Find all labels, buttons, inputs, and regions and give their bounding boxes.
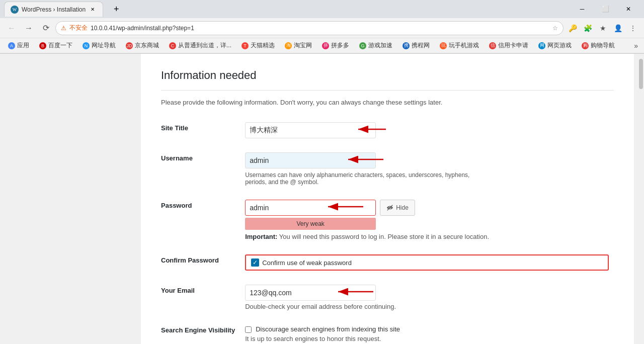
bookmark-jd[interactable]: JD 京东商城: [122, 40, 163, 52]
minimize-button[interactable]: ─: [571, 0, 594, 18]
page-sidebar-right: [634, 54, 644, 344]
email-hint: Double-check your email address before c…: [245, 303, 609, 310]
bookmarks-bar: A 应用 B 百度一下 N 网址导航 JD 京东商城 C 从普通到出道，详...…: [0, 38, 644, 53]
password-field-cell: Hide Very weak Important: You will need …: [240, 196, 614, 250]
back-button[interactable]: ←: [4, 21, 19, 36]
page-title: Information needed: [161, 69, 614, 91]
bookmark-icon: 淘: [285, 42, 292, 49]
bookmark-icon: 携: [403, 42, 410, 49]
page-sidebar-left: [0, 54, 141, 344]
bookmark-ctrip[interactable]: 携 携程网: [398, 40, 434, 52]
search-visibility-checkbox[interactable]: [245, 326, 252, 333]
form-table: Site Title Username: [161, 118, 614, 344]
title-bar: W WordPress › Installation ✕ + ─ ⬜ ✕: [0, 0, 644, 18]
bookmark-taobao[interactable]: 淘 淘宝网: [281, 40, 316, 52]
browser-tab[interactable]: W WordPress › Installation ✕: [4, 2, 103, 17]
bookmark-icon: C: [169, 42, 176, 49]
bookmark-label: 游戏加速: [368, 41, 392, 50]
search-visibility-label: Search Engine Visibility: [161, 320, 240, 344]
username-field-wrapper: [245, 152, 376, 168]
password-input-wrapper: [245, 200, 376, 216]
bookmark-mobile-game[interactable]: 玩 玩手机游戏: [436, 40, 483, 52]
bookmarks-more-button[interactable]: »: [632, 42, 640, 50]
bookmark-icon: T: [242, 42, 249, 49]
bookmark-apps[interactable]: A 应用: [4, 40, 33, 52]
bookmark-tmall[interactable]: T 天猫精选: [237, 40, 279, 52]
username-label: Username: [161, 148, 240, 196]
checkmark-icon: ✓: [251, 259, 259, 267]
site-title-label: Site Title: [161, 118, 240, 148]
bookmark-label: 网页游戏: [547, 41, 572, 50]
password-field-wrapper: Hide Very weak Important: You will need …: [245, 200, 609, 240]
username-hint: Usernames can have only alphanumeric cha…: [245, 171, 476, 186]
close-tab-button[interactable]: ✕: [89, 6, 97, 14]
bookmark-label: 天猫精选: [251, 41, 275, 50]
bookmark-web-game[interactable]: 网 网页游戏: [534, 40, 576, 52]
window-controls: ─ ⬜ ✕: [571, 0, 640, 18]
scrollbar-thumb[interactable]: [639, 59, 643, 89]
bookmark-icon: B: [39, 42, 46, 49]
bookmark-credit[interactable]: 信 信用卡申请: [485, 40, 532, 52]
bookmark-icon: JD: [126, 42, 133, 49]
maximize-button[interactable]: ⬜: [594, 0, 617, 18]
forward-button[interactable]: →: [21, 21, 36, 36]
confirm-weak-password-label[interactable]: ✓ Confirm use of weak password: [245, 254, 609, 271]
bookmark-shopping[interactable]: 购 购物导航: [578, 40, 619, 52]
site-title-field-wrapper: [245, 122, 376, 138]
page-wrapper: Information needed Please provide the fo…: [0, 54, 644, 344]
bookmark-label: 玩手机游戏: [449, 41, 479, 50]
bookmark-icon: N: [83, 42, 90, 49]
extensions-button[interactable]: 🧩: [581, 21, 595, 35]
bookmark-label: 携程网: [412, 41, 430, 50]
bookmark-baidu[interactable]: B 百度一下: [35, 40, 76, 52]
confirm-password-row: Confirm Password ✓ Confirm use of weak p…: [161, 250, 614, 281]
search-visibility-row: Search Engine Visibility Discourage sear…: [161, 320, 614, 344]
username-row: Username Usernames can have only alphanu…: [161, 148, 614, 196]
password-important-note: Important: You will need this password t…: [245, 233, 609, 240]
search-visibility-hint: It is up to search engines to honor this…: [245, 335, 609, 342]
close-button[interactable]: ✕: [617, 0, 640, 18]
browser-menu-button[interactable]: ⋮: [626, 21, 640, 35]
important-bold: Important:: [245, 233, 277, 240]
security-label: 不安全: [69, 24, 88, 32]
bookmark-label: 购物导航: [591, 41, 615, 50]
hide-icon: [386, 204, 393, 211]
bookmark-label: 淘宝网: [294, 41, 312, 50]
bookmark-icon: 购: [582, 42, 589, 49]
hide-password-button[interactable]: Hide: [380, 200, 415, 216]
site-title-row: Site Title: [161, 118, 614, 148]
email-input[interactable]: [245, 285, 376, 301]
bookmark-icon: 拼: [322, 42, 329, 49]
bookmark-label: 信用卡申请: [498, 41, 528, 50]
nav-bar: ← → ⟳ ⚠ 不安全 10.0.0.41/wp-admin/install.p…: [0, 18, 644, 38]
bookmark-label: 拼多多: [331, 41, 349, 50]
username-input[interactable]: [245, 152, 376, 168]
confirm-password-label: Confirm Password: [161, 250, 240, 281]
bookmark-icon: G: [359, 42, 366, 49]
password-row: Password: [161, 196, 614, 250]
page-description: Please provide the following information…: [161, 99, 614, 106]
refresh-button[interactable]: ⟳: [38, 21, 53, 36]
search-visibility-label-text: Search Engine Visibility: [161, 326, 235, 334]
password-input[interactable]: [245, 200, 376, 216]
strength-label: Very weak: [296, 220, 324, 227]
email-field-wrapper: [245, 285, 376, 301]
bookmark-pinduoduo[interactable]: 拼 拼多多: [318, 40, 353, 52]
scrollbar-track: [639, 54, 643, 344]
bookmark-nav[interactable]: N 网址导航: [78, 40, 120, 52]
bookmark-label: 京东商城: [135, 41, 159, 50]
site-title-input[interactable]: [245, 122, 376, 138]
bookmark-game-acc[interactable]: G 游戏加速: [355, 40, 396, 52]
browser-profile-button[interactable]: 👤: [611, 21, 625, 35]
star-icon[interactable]: ☆: [552, 25, 558, 32]
password-manager-button[interactable]: 🔑: [566, 21, 580, 35]
bookmark-c[interactable]: C 从普通到出道，详...: [165, 40, 235, 52]
search-visibility-wrapper: Discourage search engines from indexing …: [245, 325, 609, 333]
address-bar[interactable]: ⚠ 不安全 10.0.0.41/wp-admin/install.php?ste…: [55, 21, 564, 35]
security-warning-icon: ⚠: [61, 25, 66, 32]
new-tab-button[interactable]: +: [109, 2, 123, 16]
search-visibility-checkbox-label[interactable]: Discourage search engines from indexing …: [256, 325, 400, 333]
bookmark-button[interactable]: ★: [596, 21, 610, 35]
confirm-password-field-cell: ✓ Confirm use of weak password: [240, 250, 614, 281]
search-visibility-field-cell: Discourage search engines from indexing …: [240, 320, 614, 344]
